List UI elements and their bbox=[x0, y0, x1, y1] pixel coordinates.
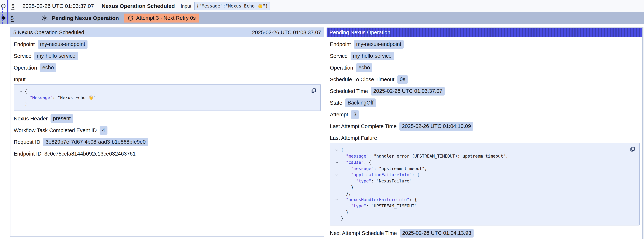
detail-label-schedule-to-close-timeout: Schedule To Close Timeout bbox=[330, 76, 394, 82]
code-line: "message": "upstream timeout", bbox=[333, 166, 623, 172]
copy-icon[interactable] bbox=[311, 88, 316, 94]
pending-operation-panel-title: Pending Nexus Operation bbox=[330, 30, 390, 36]
detail-label-endpoint: Endpoint bbox=[330, 41, 351, 48]
scheduled-time-value-badge: 2025-02-26 UTC 01:03:37.07 bbox=[371, 87, 445, 95]
code-line: "message": "handler error (UPSTREAM_TIME… bbox=[333, 153, 623, 159]
detail-row-schedule-to-close-timeout: Schedule To Close Timeout0s bbox=[330, 74, 640, 85]
code-line: } bbox=[333, 215, 623, 222]
pending-asterisk-icon bbox=[42, 15, 48, 22]
code-line: } bbox=[17, 101, 304, 107]
collapse-chevron-icon[interactable] bbox=[333, 148, 341, 152]
collapse-chevron-icon[interactable] bbox=[17, 90, 25, 93]
code-text: } bbox=[341, 185, 354, 190]
next-attempt-schedule-time-value-badge: 2025-02-26 UTC 01:04:13.93 bbox=[400, 229, 474, 237]
detail-label-request-id: Request ID bbox=[14, 139, 40, 145]
event-input-preview-chip: {"Message":"Nexus Echo 👋"} bbox=[194, 2, 270, 10]
service-value-badge: my-hello-service bbox=[34, 52, 78, 60]
detail-label-workflow-task-completed-event-id: Workflow Task Completed Event ID bbox=[14, 127, 97, 134]
operation-value-badge: echo bbox=[40, 63, 56, 72]
event-summary-row[interactable]: 5 2025-02-26 UTC 01:03:37.07 Nexus Opera… bbox=[0, 0, 644, 12]
detail-label-attempt: Attempt bbox=[330, 112, 348, 118]
event-detail-panel-timestamp: 2025-02-26 UTC 01:03:37.07 bbox=[252, 30, 321, 36]
pending-operation-title: Pending Nexus Operation bbox=[52, 15, 119, 21]
code-line: "nexusHandlerFailureInfo": { bbox=[333, 196, 623, 203]
service-value-badge: my-hello-service bbox=[350, 52, 394, 60]
detail-label-last-attempt-failure: Last Attempt Failure bbox=[330, 134, 640, 142]
pending-operation-panel: Pending Nexus Operation Endpointmy-nexus… bbox=[326, 28, 643, 239]
pending-operation-row[interactable]: 5 Pending Nexus Operation Attempt 3 · Ne… bbox=[0, 12, 644, 24]
detail-label-operation: Operation bbox=[14, 65, 37, 71]
last-attempt-complete-time-value-badge: 2025-02-26 UTC 01:04:10.09 bbox=[400, 122, 473, 130]
copy-icon[interactable] bbox=[630, 146, 635, 152]
code-text: "Message": "Nexus Echo 👋" bbox=[25, 95, 96, 100]
retry-icon bbox=[128, 15, 134, 21]
event-detail-panel: 5 Nexus Operation Scheduled 2025-02-26 U… bbox=[10, 28, 324, 236]
detail-row-service: Servicemy-hello-service bbox=[330, 50, 640, 62]
code-text: "type": "NexusFailure" bbox=[341, 178, 412, 183]
code-text: "applicationFailureInfo": { bbox=[341, 172, 420, 177]
detail-label-service: Service bbox=[330, 53, 348, 59]
state-value-badge: BackingOff bbox=[345, 98, 376, 107]
code-text: } bbox=[25, 102, 27, 106]
detail-row-operation: Operationecho bbox=[14, 62, 321, 74]
collapse-chevron-icon[interactable] bbox=[333, 160, 341, 164]
detail-label-state: State bbox=[330, 100, 342, 106]
detail-row-input: Input{ "Message": "Nexus Echo 👋"} bbox=[14, 74, 321, 113]
pending-event-id-link[interactable]: 5 bbox=[10, 15, 14, 21]
code-line: "type": "UPSTREAM_TIMEOUT" bbox=[333, 203, 623, 209]
detail-row-request-id: Request ID3e829b7e-7d67-4b08-aad3-b1e868… bbox=[14, 136, 321, 148]
retry-status-badge: Attempt 3 · Next Retry 0s bbox=[124, 14, 199, 22]
code-text: "nexusHandlerFailureInfo": { bbox=[341, 197, 417, 202]
attempt-value-badge: 3 bbox=[351, 110, 359, 119]
code-text: "message": "handler error (UPSTREAM_TIME… bbox=[341, 154, 508, 158]
code-line: } bbox=[333, 184, 623, 190]
event-detail-panel-header: 5 Nexus Operation Scheduled 2025-02-26 U… bbox=[10, 28, 324, 37]
detail-row-last-attempt-failure: Last Attempt Failure{ "message": "handle… bbox=[330, 132, 640, 227]
detail-row-state: StateBackingOff bbox=[330, 97, 640, 109]
code-text: "message": "upstream timeout", bbox=[341, 166, 427, 171]
code-text: "cause": { bbox=[341, 160, 371, 165]
detail-row-last-attempt-complete-time: Last Attempt Complete Time2025-02-26 UTC… bbox=[330, 120, 640, 132]
event-id-link[interactable]: 5 bbox=[11, 3, 14, 9]
detail-row-attempt: Attempt3 bbox=[330, 109, 640, 120]
detail-row-next-attempt-schedule-time: Next Attempt Schedule Time2025-02-26 UTC… bbox=[330, 227, 640, 239]
endpoint-id-link[interactable]: 3c0c75ccfa8144b092c13ce632463761 bbox=[44, 151, 136, 157]
event-title: Nexus Operation Scheduled bbox=[102, 3, 175, 9]
detail-row-nexus-header: Nexus Headerpresent bbox=[14, 113, 321, 124]
event-history-view: 5 2025-02-26 UTC 01:03:37.07 Nexus Opera… bbox=[0, 0, 644, 239]
nexus-header-value-badge: present bbox=[50, 114, 73, 123]
code-text: }, bbox=[341, 191, 351, 196]
detail-row-endpoint: Endpointmy-nexus-endpoint bbox=[330, 38, 640, 50]
detail-label-next-attempt-schedule-time: Next Attempt Schedule Time bbox=[330, 230, 397, 236]
code-line: { bbox=[17, 88, 304, 94]
endpoint-value-badge: my-nexus-endpoint bbox=[354, 40, 404, 48]
last-attempt-failure-json-viewer: { "message": "handler error (UPSTREAM_TI… bbox=[330, 143, 640, 226]
endpoint-value-badge: my-nexus-endpoint bbox=[38, 40, 88, 48]
code-line: "type": "NexusFailure" bbox=[333, 178, 623, 184]
detail-label-last-attempt-complete-time: Last Attempt Complete Time bbox=[330, 123, 396, 130]
detail-row-scheduled-time: Scheduled Time2025-02-26 UTC 01:03:37.07 bbox=[330, 85, 640, 97]
vertical-scrollbar[interactable] bbox=[642, 28, 644, 239]
detail-label-nexus-header: Nexus Header bbox=[14, 116, 48, 122]
detail-row-operation: Operationecho bbox=[330, 62, 640, 74]
event-detail-panel-title: 5 Nexus Operation Scheduled bbox=[13, 30, 84, 36]
detail-label-scheduled-time: Scheduled Time bbox=[330, 88, 368, 94]
event-detail-panel-body: Endpointmy-nexus-endpointServicemy-hello… bbox=[10, 37, 324, 162]
collapse-chevron-icon[interactable] bbox=[333, 173, 341, 177]
collapse-chevron-icon[interactable] bbox=[333, 198, 341, 202]
input-json-viewer: { "Message": "Nexus Echo 👋"} bbox=[14, 84, 321, 111]
detail-row-endpoint-id: Endpoint ID3c0c75ccfa8144b092c13ce632463… bbox=[14, 148, 321, 160]
code-line: { bbox=[333, 147, 623, 153]
detail-label-endpoint: Endpoint bbox=[14, 41, 35, 48]
code-line: "applicationFailureInfo": { bbox=[333, 172, 623, 178]
selected-event-indicator-bar bbox=[7, 0, 8, 24]
code-text: "type": "UPSTREAM_TIMEOUT" bbox=[341, 204, 417, 208]
pending-operation-panel-header: Pending Nexus Operation bbox=[326, 28, 643, 37]
detail-label-input: Input bbox=[14, 76, 321, 84]
workflow-task-completed-event-id-value-badge: 4 bbox=[100, 126, 107, 134]
detail-row-endpoint: Endpointmy-nexus-endpoint bbox=[14, 38, 321, 50]
code-text: { bbox=[25, 89, 27, 94]
code-line: } bbox=[333, 209, 623, 215]
event-input-label: Input bbox=[181, 3, 191, 9]
code-line: }, bbox=[333, 190, 623, 196]
